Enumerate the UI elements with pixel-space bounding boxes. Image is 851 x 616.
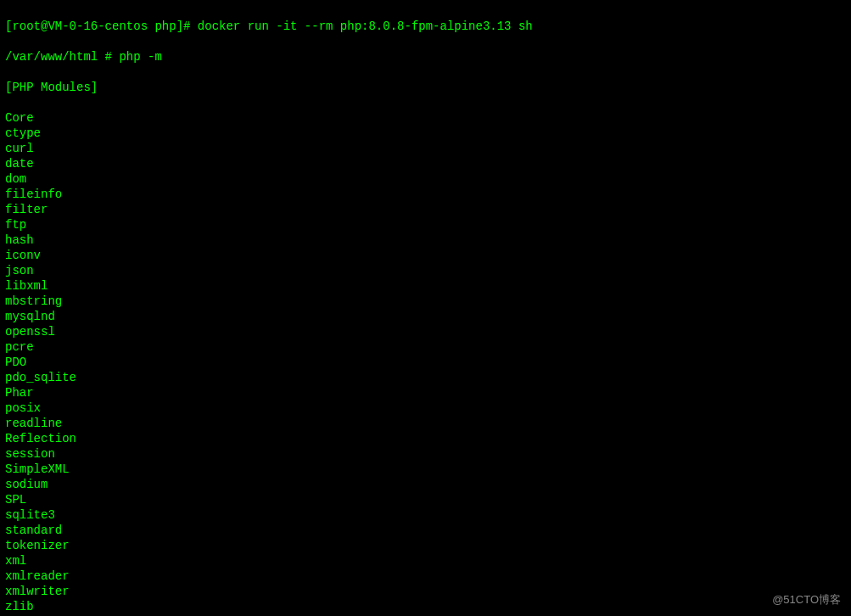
module-item: SPL bbox=[5, 492, 846, 507]
module-item: json bbox=[5, 263, 846, 278]
module-item: mbstring bbox=[5, 294, 846, 309]
module-item: mysqlnd bbox=[5, 309, 846, 324]
module-item: Reflection bbox=[5, 431, 846, 446]
module-item: sqlite3 bbox=[5, 507, 846, 523]
module-item: tokenizer bbox=[5, 538, 846, 553]
module-item: SimpleXML bbox=[5, 462, 846, 477]
prompt-line-1: [root@VM-0-16-centos php]# docker run -i… bbox=[5, 19, 846, 34]
module-item: PDO bbox=[5, 355, 846, 370]
prompt-line-2: /var/www/html # php -m bbox=[5, 49, 846, 64]
container-prompt: /var/www/html # bbox=[5, 50, 112, 64]
php-command: php -m bbox=[112, 50, 162, 64]
module-item: zlib bbox=[5, 599, 846, 614]
watermark: @51CTO博客 bbox=[772, 592, 841, 608]
php-modules-header: [PHP Modules] bbox=[5, 80, 846, 95]
module-item: ctype bbox=[5, 126, 846, 141]
module-item: fileinfo bbox=[5, 187, 846, 202]
module-item: readline bbox=[5, 416, 846, 431]
module-item: posix bbox=[5, 400, 846, 416]
module-list: Corectypecurldatedomfileinfofilterftphas… bbox=[5, 110, 846, 614]
module-item: standard bbox=[5, 523, 846, 538]
module-item: xmlreader bbox=[5, 568, 846, 584]
module-item: pdo_sqlite bbox=[5, 370, 846, 385]
module-item: dom bbox=[5, 171, 846, 187]
terminal-output[interactable]: [root@VM-0-16-centos php]# docker run -i… bbox=[5, 3, 846, 616]
module-item: session bbox=[5, 446, 846, 462]
module-item: xmlwriter bbox=[5, 584, 846, 599]
shell-prompt-host: [root@VM-0-16-centos php]# bbox=[5, 20, 190, 33]
docker-command: docker run -it --rm php:8.0.8-fpm-alpine… bbox=[190, 20, 532, 33]
module-item: curl bbox=[5, 141, 846, 156]
module-item: Phar bbox=[5, 385, 846, 400]
module-item: iconv bbox=[5, 248, 846, 263]
module-item: filter bbox=[5, 202, 846, 217]
module-item: hash bbox=[5, 232, 846, 248]
module-item: openssl bbox=[5, 324, 846, 339]
module-item: sodium bbox=[5, 477, 846, 492]
module-item: Core bbox=[5, 110, 846, 126]
module-item: libxml bbox=[5, 278, 846, 294]
module-item: date bbox=[5, 156, 846, 171]
module-item: ftp bbox=[5, 217, 846, 232]
module-item: pcre bbox=[5, 339, 846, 355]
module-item: xml bbox=[5, 553, 846, 568]
